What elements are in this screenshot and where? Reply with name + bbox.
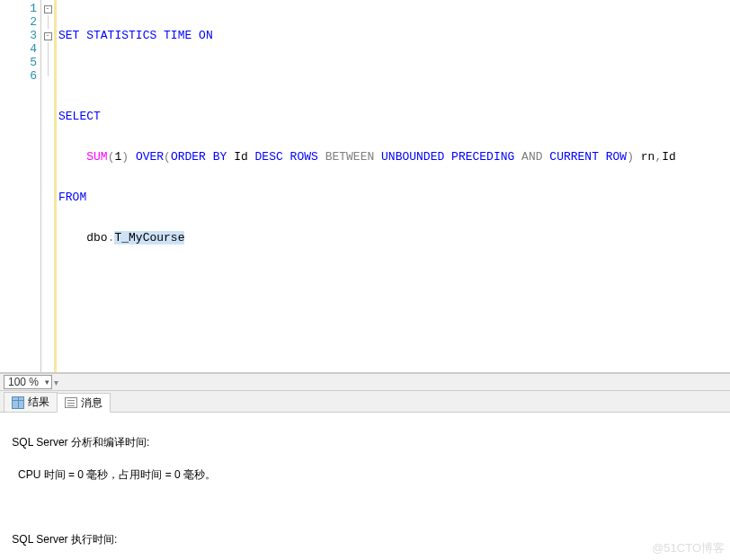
zoom-dropdown-icon[interactable]: ▾ — [54, 378, 58, 387]
selected-text: T_MyCourse — [114, 231, 184, 244]
message-line: SQL Server 执行时间: — [9, 531, 721, 547]
message-line: SQL Server 分析和编译时间: — [9, 434, 721, 450]
fold-column[interactable]: - - — [41, 0, 54, 372]
tab-label: 结果 — [28, 395, 49, 410]
code-content[interactable]: SET STATISTICS TIME ON SELECT SUM(1) OVE… — [54, 0, 730, 372]
message-line: CPU 时间 = 0 毫秒，占用时间 = 0 毫秒。 — [9, 467, 721, 483]
messages-pane[interactable]: SQL Server 分析和编译时间: CPU 时间 = 0 毫秒，占用时间 =… — [0, 413, 730, 556]
fold-toggle-icon[interactable]: - — [44, 32, 52, 40]
grid-icon — [12, 396, 24, 409]
sql-editor[interactable]: 1 2 3 4 5 6 - - SET STATISTICS TIME ON S… — [0, 0, 730, 373]
message-icon — [65, 397, 77, 408]
tab-messages[interactable]: 消息 — [57, 393, 111, 413]
zoom-bar: 100 % ▾ — [0, 373, 730, 391]
fold-toggle-icon[interactable]: - — [44, 5, 52, 13]
results-tabs: 结果 消息 — [0, 391, 730, 413]
tab-results[interactable]: 结果 — [4, 392, 58, 412]
zoom-select[interactable]: 100 % — [4, 375, 52, 389]
line-number-gutter: 1 2 3 4 5 6 — [0, 0, 41, 372]
tab-label: 消息 — [81, 396, 102, 411]
